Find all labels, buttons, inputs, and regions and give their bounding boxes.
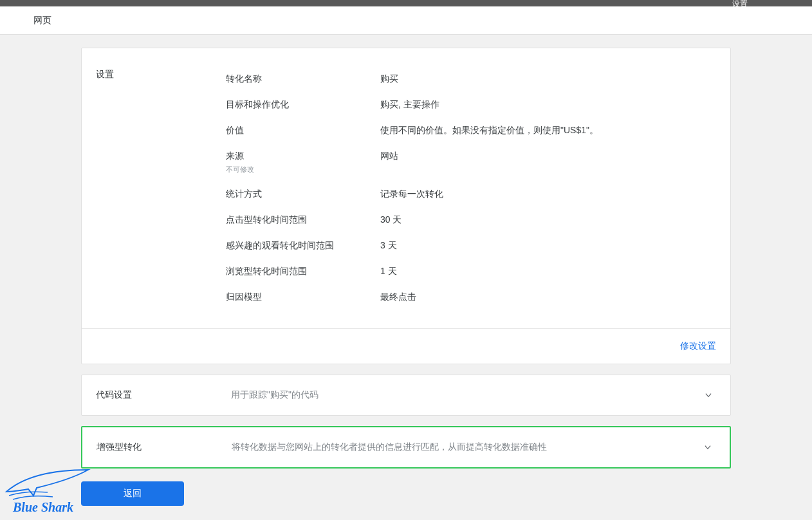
- edit-settings-link[interactable]: 修改设置: [680, 340, 716, 351]
- settings-section-title: 设置: [96, 66, 226, 310]
- settings-row-attribution: 归因模型 最终点击: [226, 284, 716, 310]
- code-settings-panel[interactable]: 代码设置 用于跟踪"购买"的代码: [81, 375, 731, 416]
- chevron-down-icon: [700, 443, 715, 452]
- code-settings-title: 代码设置: [96, 389, 231, 401]
- settings-label: 统计方式: [226, 189, 380, 200]
- settings-row-source: 来源 不可修改 网站: [226, 144, 716, 181]
- settings-value: 30 天: [380, 214, 716, 226]
- settings-label: 点击型转化时间范围: [226, 214, 380, 226]
- settings-row-count: 统计方式 记录每一次转化: [226, 181, 716, 207]
- settings-value: 3 天: [380, 240, 716, 252]
- shark-icon: [1, 457, 98, 502]
- brand-logo: Blue Shark: [1, 457, 98, 515]
- settings-value: 最终点击: [380, 292, 716, 303]
- settings-value: 购买, 主要操作: [380, 99, 716, 111]
- enhanced-conversions-panel[interactable]: 增强型转化 将转化数据与您网站上的转化者提供的信息进行匹配，从而提高转化数据准确…: [81, 426, 731, 469]
- settings-row-click-window: 点击型转化时间范围 30 天: [226, 207, 716, 233]
- settings-row-conversion-name: 转化名称 购买: [226, 66, 716, 92]
- settings-row-engaged-view-window: 感兴趣的观看转化时间范围 3 天: [226, 233, 716, 259]
- page-title: 网页: [33, 15, 51, 26]
- settings-value: 记录每一次转化: [380, 189, 716, 200]
- settings-label: 转化名称: [226, 73, 380, 85]
- settings-label: 归因模型: [226, 292, 380, 303]
- settings-value: 购买: [380, 73, 716, 85]
- settings-row-value: 价值 使用不同的价值。如果没有指定价值，则使用"US$1"。: [226, 118, 716, 144]
- header-bar: 网页: [0, 6, 812, 35]
- settings-rows: 转化名称 购买 目标和操作优化 购买, 主要操作 价值 使用不同的价值。如果没有…: [226, 66, 716, 310]
- code-settings-description: 用于跟踪"购买"的代码: [231, 389, 701, 401]
- settings-label-sub: 不可修改: [226, 165, 380, 174]
- top-bar: 设置: [0, 0, 812, 6]
- settings-label: 价值: [226, 125, 380, 136]
- settings-label: 目标和操作优化: [226, 99, 380, 111]
- settings-label: 感兴趣的观看转化时间范围: [226, 240, 380, 252]
- top-bar-label: 设置: [732, 0, 748, 10]
- settings-label-text: 来源: [226, 151, 380, 162]
- settings-row-goal-action: 目标和操作优化 购买, 主要操作: [226, 92, 716, 118]
- enhanced-conversions-description: 将转化数据与您网站上的转化者提供的信息进行匹配，从而提高转化数据准确性: [232, 441, 700, 453]
- settings-value: 网站: [380, 151, 716, 174]
- settings-card: 设置 转化名称 购买 目标和操作优化 购买, 主要操作 价值 使用不同的价值。如…: [81, 48, 731, 364]
- chevron-down-icon: [701, 391, 716, 400]
- settings-row-view-window: 浏览型转化时间范围 1 天: [226, 259, 716, 284]
- content-wrap: 设置 转化名称 购买 目标和操作优化 购买, 主要操作 价值 使用不同的价值。如…: [0, 35, 812, 506]
- settings-value: 1 天: [380, 266, 716, 277]
- brand-name: Blue Shark: [13, 500, 73, 515]
- settings-value: 使用不同的价值。如果没有指定价值，则使用"US$1"。: [380, 125, 716, 136]
- enhanced-conversions-title: 增强型转化: [97, 441, 232, 453]
- settings-label: 浏览型转化时间范围: [226, 266, 380, 277]
- bottom-actions: 返回: [81, 481, 731, 506]
- settings-footer: 修改设置: [82, 328, 730, 364]
- settings-label: 来源 不可修改: [226, 151, 380, 174]
